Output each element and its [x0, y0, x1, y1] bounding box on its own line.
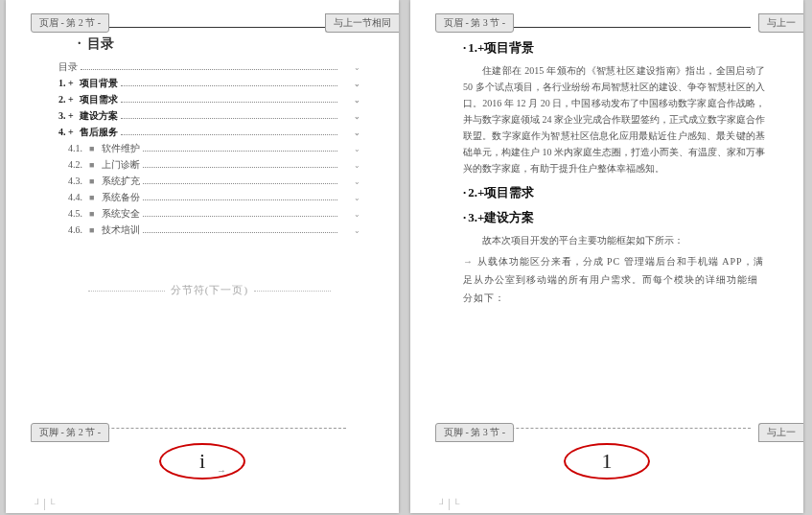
- toc-main-item[interactable]: 3. +建设方案⌄: [58, 109, 360, 123]
- page-content-right: 1.+项目背景 住建部在 2015 年颁布的《智慧社区建设指南》指出，全国启动了…: [463, 32, 765, 422]
- footer-page-number-right: 1 → |: [410, 443, 803, 480]
- page-number-highlight-right: 1: [564, 443, 650, 480]
- footer-link-previous-right[interactable]: 与上一: [758, 423, 803, 442]
- toc-root: 目录⌄ 1. +项目背景⌄2. +项目需求⌄3. +建设方案⌄4. +售后服务⌄…: [58, 60, 360, 237]
- page-number-value-right: 1: [602, 449, 613, 473]
- header-tab-section-2[interactable]: 页眉 - 第 2 节 -: [31, 13, 109, 33]
- heading-3: 3.+建设方案: [463, 209, 765, 226]
- toc-sub-item[interactable]: 4.6.■技术培训⌄: [58, 223, 360, 237]
- toc-sub-item[interactable]: 4.1.■软件维护⌄: [58, 142, 360, 155]
- bullet-line-1: 从载体功能区分来看，分成 PC 管理端后台和手机端 APP，满足从办公室到移动端…: [463, 252, 765, 307]
- ruler-marks-left: ┘│└: [6, 499, 399, 509]
- header-link-previous[interactable]: 与上一节相同: [325, 13, 399, 33]
- page-right: 页眉 - 第 3 节 - 与上一 1.+项目背景 住建部在 2015 年颁布的《…: [410, 0, 803, 513]
- toc-main-item[interactable]: 2. +项目需求⌄: [58, 93, 360, 106]
- toc-title: 目录: [78, 35, 360, 53]
- toc-intro-row: 目录⌄: [58, 60, 360, 74]
- toc-sub-item[interactable]: 4.5.■系统安全⌄: [58, 207, 360, 221]
- header-link-previous-right[interactable]: 与上一: [758, 13, 803, 33]
- ruler-marks-right: ┘│└: [410, 499, 803, 509]
- footer-tab-section-3[interactable]: 页脚 - 第 3 节 -: [435, 423, 514, 442]
- toc-sub-item[interactable]: 4.4.■系统备份⌄: [58, 191, 360, 204]
- header-tab-section-3[interactable]: 页眉 - 第 3 节 -: [435, 13, 514, 33]
- footer-page-number-left: → i → |: [6, 443, 399, 480]
- page-number-highlight-left: i →: [159, 443, 245, 480]
- heading-1: 1.+项目背景: [463, 39, 765, 57]
- toc-main-item[interactable]: 4. +售后服务⌄: [58, 126, 360, 139]
- toc-main-item[interactable]: 1. +项目背景⌄: [58, 77, 360, 90]
- heading-2: 2.+项目需求: [463, 184, 765, 201]
- page-content-left: 目录 目录⌄ 1. +项目背景⌄2. +项目需求⌄3. +建设方案⌄4. +售后…: [58, 32, 360, 422]
- page-number-value-left: i: [199, 449, 205, 473]
- tab-arrow-icon: →: [217, 455, 226, 487]
- footer-tab-section-2[interactable]: 页脚 - 第 2 节 -: [31, 423, 109, 442]
- paragraph-intro: 故本次项目开发的平台主要功能框架如下所示：: [463, 232, 765, 248]
- paragraph-background: 住建部在 2015 年颁布的《智慧社区建设指南》指出，全国启动了 50 多个试点…: [463, 62, 765, 176]
- toc-sub-item[interactable]: 4.3.■系统扩充⌄: [58, 175, 360, 188]
- page-left: 页眉 - 第 2 节 - 与上一节相同 目录 目录⌄ 1. +项目背景⌄2. +…: [6, 0, 399, 513]
- section-break-marker: 分节符(下一页): [58, 283, 360, 297]
- toc-sub-item[interactable]: 4.2.■上门诊断⌄: [58, 158, 360, 172]
